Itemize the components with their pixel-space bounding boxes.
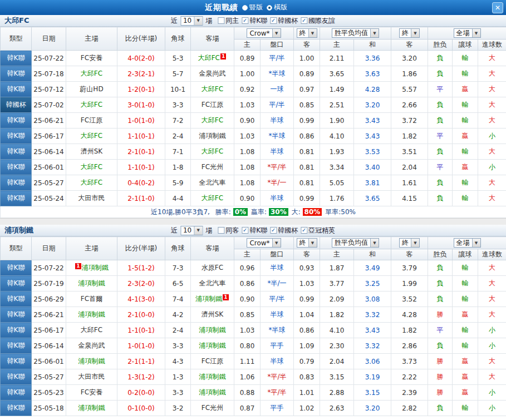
home-team: FC安養 bbox=[66, 385, 117, 401]
match-score: 1-1(0-1) bbox=[117, 129, 165, 144]
radio-icon[interactable] bbox=[267, 5, 272, 11]
handicap: 半球 bbox=[261, 354, 294, 369]
home-team: 大邱FC bbox=[66, 97, 117, 113]
filter-checkbox[interactable]: ✓亞冠精英 bbox=[301, 226, 335, 235]
filter-checkbox[interactable]: 同客 bbox=[218, 226, 239, 235]
handicap-result: 贏 bbox=[453, 129, 478, 144]
handicap: 平/半 bbox=[261, 51, 294, 66]
close-button[interactable]: ✕ bbox=[492, 2, 503, 13]
checkbox-icon[interactable]: ✓ bbox=[242, 17, 248, 24]
filter-checkbox[interactable]: ✓韓K聯 bbox=[242, 226, 267, 235]
avg-odds-select[interactable]: 胜平负均值 ▼ bbox=[332, 238, 379, 248]
avg-odds-select[interactable]: 胜平负均值 ▼ bbox=[332, 28, 379, 38]
team-header: 浦項制鐵 近 10 ▼ 場 同客✓韓K聯✓韓國杯✓亞冠精英 bbox=[0, 225, 506, 236]
match-date: 25-07-22 bbox=[32, 260, 66, 276]
games-label: 場 bbox=[205, 16, 212, 26]
goals-result: 大 bbox=[478, 276, 506, 291]
odds-company-select[interactable]: Crow* ▼ bbox=[247, 28, 281, 38]
checkbox-label: 韓K聯 bbox=[249, 16, 267, 26]
match-score: 4-1(3-0) bbox=[117, 291, 165, 307]
goals-result: 小 bbox=[478, 160, 506, 175]
odds-company-select[interactable]: Crow* ▼ bbox=[247, 238, 281, 248]
goals-result: 大 bbox=[478, 82, 506, 97]
avg-home-odds: 2.09 bbox=[320, 291, 354, 307]
games-label: 場 bbox=[205, 226, 212, 235]
corners: 2-4 bbox=[165, 129, 191, 144]
chevron-down-icon: ▼ bbox=[272, 239, 281, 247]
team-name: 浦項制鐵 bbox=[199, 132, 226, 140]
league-type-badge: 韓K聯 bbox=[1, 307, 32, 323]
col-avg-draw: 和 bbox=[354, 249, 391, 260]
titlebar: 近期戰績 豎版橫版 ✕ bbox=[0, 0, 506, 15]
checkbox-label: 國際友誼 bbox=[308, 16, 335, 26]
away-odds: 0.81 bbox=[294, 160, 320, 175]
result: 負 bbox=[428, 51, 453, 66]
match-row: 韓K聯25-06-21FC江原1-0(1-0)7-2大邱FC0.90半球0.99… bbox=[1, 113, 506, 129]
result: 負 bbox=[428, 191, 453, 206]
home-odds: 0.89 bbox=[234, 51, 261, 66]
handicap: *平/半 bbox=[261, 369, 294, 385]
avg-draw-odds: 3.63 bbox=[354, 66, 391, 82]
col-home: 主場 bbox=[66, 27, 117, 51]
handicap: 平手 bbox=[261, 338, 294, 354]
handicap: 半球 bbox=[261, 260, 294, 276]
handicap-result: 贏 bbox=[453, 307, 478, 323]
final-odds-select[interactable]: 終 ▼ bbox=[297, 238, 317, 248]
layout-radio-option[interactable]: 豎版 bbox=[242, 3, 263, 12]
team-name: 浦項制鐵 bbox=[195, 295, 222, 303]
goals-result: 小 bbox=[478, 401, 506, 416]
away-team: 全北汽車 bbox=[191, 175, 234, 191]
match-count-select[interactable]: 10 ▼ bbox=[180, 16, 203, 26]
filter-checkbox[interactable]: ✓韓K聯 bbox=[242, 16, 267, 26]
final-avg-select[interactable]: 終 ▼ bbox=[399, 28, 420, 38]
match-count-select[interactable]: 10 ▼ bbox=[180, 226, 203, 235]
filter-checkbox[interactable]: ✓韓國杯 bbox=[270, 16, 298, 26]
avg-home-odds: 3.77 bbox=[320, 276, 354, 291]
goals-result: 大 bbox=[478, 66, 506, 82]
handicap: *半球 bbox=[261, 66, 294, 82]
checkbox-icon[interactable]: ✓ bbox=[270, 17, 277, 24]
away-odds: 0.85 bbox=[294, 97, 320, 113]
radio-icon[interactable] bbox=[242, 5, 248, 11]
match-date: 25-06-29 bbox=[32, 291, 66, 307]
final-odds-select[interactable]: 終 ▼ bbox=[297, 28, 317, 38]
match-row: 韓K聯25-06-01大邱FC1-1(0-1)1-8FC光州1.08*平/半0.… bbox=[1, 160, 506, 175]
checkbox-icon[interactable]: ✓ bbox=[242, 227, 248, 234]
filter-checkbox[interactable]: 同主 bbox=[218, 16, 239, 26]
handicap-result: 贏 bbox=[453, 160, 478, 175]
team-name: 金泉尚武 bbox=[78, 342, 105, 349]
final-avg-select[interactable]: 終 ▼ bbox=[399, 238, 420, 248]
col-handicap-result: 讓球 bbox=[453, 249, 478, 260]
filter-checkbox[interactable]: ✓國際友誼 bbox=[301, 16, 335, 26]
avg-home-odds: 3.65 bbox=[320, 66, 354, 82]
result: 負 bbox=[428, 144, 453, 160]
filter-checkbox[interactable]: ✓韓國杯 bbox=[270, 226, 298, 235]
result: 負 bbox=[428, 97, 453, 113]
team-name-header: 大邱FC bbox=[4, 16, 29, 26]
league-type-badge: 韓K聯 bbox=[1, 338, 32, 354]
layout-radio-selected[interactable]: 橫版 bbox=[267, 3, 287, 12]
match-row: 韓K聯25-05-27大田市民1-3(1-2)1-3浦項制鐵1.06*平/半0.… bbox=[1, 369, 506, 385]
stats-row: 近10場,勝0平3負7,勝率: 0%贏率: 30%大: 80%單率:50% bbox=[1, 206, 506, 218]
avg-draw-odds: 3.20 bbox=[354, 97, 391, 113]
away-odds: 0.99 bbox=[294, 113, 320, 129]
goals-result: 大 bbox=[478, 369, 506, 385]
full-match-select[interactable]: 全場 ▼ bbox=[454, 28, 481, 38]
handicap: 一球 bbox=[261, 82, 294, 97]
league-type-badge: 韓K聯 bbox=[1, 160, 32, 175]
home-odds: 1.03 bbox=[234, 323, 261, 338]
match-row: 韓K聯25-06-29FC首爾4-1(3-0)7-4浦項制鐵10.90平/半0.… bbox=[1, 291, 506, 307]
checkbox-icon[interactable] bbox=[218, 17, 224, 24]
col-avg-home: 主 bbox=[320, 249, 354, 260]
result: 負 bbox=[428, 338, 453, 354]
match-row: 韓K聯25-05-27大邱FC0-4(0-2)5-9全北汽車1.08*半/一0.… bbox=[1, 175, 506, 191]
checkbox-icon[interactable]: ✓ bbox=[301, 17, 307, 24]
checkbox-icon[interactable]: ✓ bbox=[270, 227, 277, 234]
league-type-badge: 韓K聯 bbox=[1, 144, 32, 160]
checkbox-icon[interactable]: ✓ bbox=[301, 227, 307, 234]
league-type-badge: 韓K聯 bbox=[1, 291, 32, 307]
full-match-select[interactable]: 全場 ▼ bbox=[454, 238, 481, 248]
result: 勝 bbox=[428, 307, 453, 323]
league-type-badge: 韓K聯 bbox=[1, 129, 32, 144]
checkbox-icon[interactable] bbox=[218, 227, 224, 234]
